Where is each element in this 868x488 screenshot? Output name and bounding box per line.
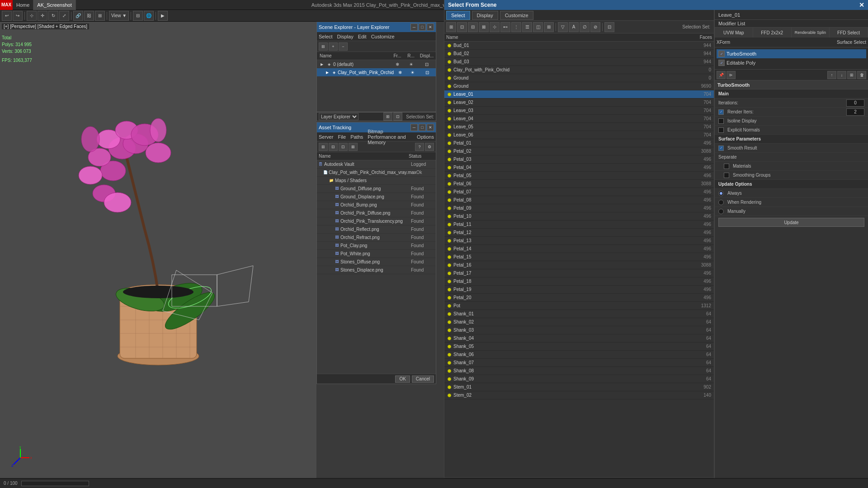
sfs-obj-row[interactable]: Petal_09496: [444, 204, 714, 212]
link-button[interactable]: 🔗: [73, 11, 83, 21]
sfs-obj-row[interactable]: Ground9690: [444, 82, 714, 90]
sfs-obj-row[interactable]: Shank_0764: [444, 359, 714, 367]
scene-explorer-maximize[interactable]: □: [419, 23, 426, 31]
sfs-obj-row[interactable]: Petal_15496: [444, 253, 714, 261]
at-close[interactable]: ✕: [427, 124, 434, 131]
at-row-max-file[interactable]: 📄 Clay_Pot_with_Pink_Orchid_max_vray.max…: [317, 169, 436, 177]
sfs-obj-row[interactable]: Ground0: [444, 74, 714, 82]
stack-item-turbosmooth[interactable]: ✓ TurboSmooth: [717, 49, 866, 58]
sfs-obj-row[interactable]: Leave_03704: [444, 107, 714, 115]
sfs-obj-row[interactable]: Petal_14496: [444, 245, 714, 253]
materials-checkbox[interactable]: [724, 164, 729, 169]
sfs-obj-row[interactable]: Petal_04496: [444, 164, 714, 172]
sfs-obj-row[interactable]: Petal_01496: [444, 139, 714, 147]
bind-button[interactable]: ⊞: [95, 11, 105, 21]
at-row-orchid-bump[interactable]: 🖼 Orchid_Bump.png Found: [317, 201, 436, 209]
sfs-obj-row[interactable]: Petal_12496: [444, 229, 714, 237]
sfs-btn-none[interactable]: ∅: [580, 22, 590, 32]
layer-explorer-select[interactable]: Layer Explorer: [319, 113, 359, 120]
sfs-obj-row[interactable]: Petal_13496: [444, 237, 714, 245]
scene-explorer-close[interactable]: ✕: [427, 23, 434, 31]
select-button[interactable]: ⊹: [27, 11, 37, 21]
se-menu-select[interactable]: Select: [319, 34, 333, 39]
smoothing-groups-checkbox[interactable]: [724, 173, 729, 178]
le-btn-2[interactable]: ⊡: [393, 113, 402, 121]
funnel-button[interactable]: ⊳: [726, 71, 736, 79]
pin-stack-button[interactable]: 📌: [717, 71, 726, 79]
sfs-btn-col[interactable]: ⊡: [604, 22, 614, 32]
sfs-btn-all[interactable]: A: [569, 22, 579, 32]
rotate-button[interactable]: ↻: [48, 11, 58, 21]
at-btn-settings[interactable]: ⚙: [425, 143, 434, 151]
manually-radio[interactable]: [718, 209, 724, 214]
sfs-obj-row[interactable]: Petal_063088: [444, 180, 714, 188]
sfs-obj-row[interactable]: Shank_0564: [444, 343, 714, 351]
at-btn-2[interactable]: ⊟: [329, 143, 338, 151]
at-row-orchid-refract[interactable]: 🖼 Orchid_Refract.png Found: [317, 234, 436, 242]
tab-home[interactable]: Home: [13, 0, 33, 10]
modifier-tab-rendspline[interactable]: Renderable Splin: [792, 28, 830, 38]
at-menu-bitmap[interactable]: Bitmap Performance and Memory: [368, 129, 412, 145]
sfs-btn-invert[interactable]: ⊘: [590, 22, 600, 32]
sfs-btn-2[interactable]: ⊡: [457, 22, 467, 32]
sfs-obj-row[interactable]: Leave_01704: [444, 90, 714, 99]
at-menu-server[interactable]: Server: [319, 134, 333, 140]
sfs-obj-row[interactable]: Petal_03496: [444, 155, 714, 164]
sfs-obj-row[interactable]: Petal_17496: [444, 269, 714, 277]
at-row-vault[interactable]: 🗄 Autodesk Vault Logged: [317, 160, 436, 169]
render-button[interactable]: ▶: [158, 11, 168, 21]
sfs-obj-row[interactable]: Petal_08496: [444, 196, 714, 204]
sfs-obj-row[interactable]: Shank_0664: [444, 351, 714, 359]
sfs-btn-4[interactable]: ⊠: [479, 22, 489, 32]
at-row-orchid-diffuse[interactable]: 🖼 Orchid_Pink_Diffuse.png Found: [317, 209, 436, 217]
sfs-obj-row[interactable]: Petal_07496: [444, 188, 714, 196]
at-menu-options[interactable]: Options: [417, 134, 434, 140]
render-iters-checkbox[interactable]: ✓: [718, 109, 724, 115]
tab-ak-screenshot[interactable]: AK_Screenshot: [33, 0, 75, 10]
at-row-ground-displace[interactable]: 🖼 Ground_Displace.png Found: [317, 193, 436, 201]
sfs-btn-filter[interactable]: ▽: [558, 22, 568, 32]
remove-modifier-button[interactable]: 🗑: [857, 71, 866, 79]
sfs-close-button[interactable]: ✕: [859, 1, 864, 9]
scene-explorer-minimize[interactable]: ─: [410, 23, 418, 31]
reference-coord-dropdown[interactable]: View ▼: [109, 11, 129, 21]
sfs-obj-row[interactable]: Leave_02704: [444, 99, 714, 107]
unlink-button[interactable]: ⛓: [84, 11, 94, 21]
at-row-ground-diffuse[interactable]: 🖼 Ground_Diffuse.png Found: [317, 185, 436, 193]
move-button[interactable]: ✛: [38, 11, 47, 21]
redo-button[interactable]: ↪: [13, 11, 23, 21]
at-row-pot-white[interactable]: 🖼 Pot_White.png Found: [317, 250, 436, 258]
sfs-obj-row[interactable]: Leave_05704: [444, 123, 714, 131]
sfs-obj-row[interactable]: Shank_0364: [444, 326, 714, 334]
scene-explorer-button[interactable]: 🌐: [144, 11, 154, 21]
at-btn-help[interactable]: ?: [415, 143, 424, 151]
at-btn-4[interactable]: ⊠: [349, 143, 358, 151]
move-modifier-down[interactable]: ↓: [837, 71, 846, 79]
sfs-obj-row[interactable]: Bud_02944: [444, 50, 714, 58]
at-row-maps[interactable]: 📁 Maps / Shaders: [317, 177, 436, 185]
viewport[interactable]: [+] [Perspective] [Shaded + Edged Faces]…: [0, 22, 316, 478]
scene-explorer-titlebar[interactable]: Scene Explorer - Layer Explorer ─ □ ✕: [317, 22, 436, 32]
explicit-normals-checkbox[interactable]: [718, 127, 724, 133]
sfs-obj-row[interactable]: Shank_0164: [444, 310, 714, 318]
undo-button[interactable]: ↩: [2, 11, 12, 21]
smooth-result-checkbox[interactable]: ✓: [718, 145, 724, 151]
sfs-btn-1[interactable]: ⊞: [446, 22, 456, 32]
sfs-obj-row[interactable]: Petal_10496: [444, 212, 714, 221]
sfs-obj-row[interactable]: Shank_0864: [444, 367, 714, 375]
se-btn-collapse[interactable]: −: [339, 42, 348, 51]
sfs-obj-row[interactable]: Clay_Pot_with_Pink_Orchid0: [444, 66, 714, 74]
always-radio[interactable]: [718, 191, 724, 196]
sfs-btn-5[interactable]: ⊹: [490, 22, 500, 32]
sfs-obj-row[interactable]: Petal_023088: [444, 147, 714, 155]
sfs-obj-row[interactable]: Petal_19496: [444, 286, 714, 294]
sfs-obj-row[interactable]: Shank_0964: [444, 375, 714, 383]
sfs-obj-row[interactable]: Shank_0264: [444, 318, 714, 326]
at-row-stones-displace[interactable]: 🖼 Stones_Displace.png Found: [317, 266, 436, 274]
when-rendering-radio[interactable]: [718, 200, 724, 205]
se-btn-expand[interactable]: +: [329, 42, 338, 51]
make-unique-button[interactable]: ⊞: [847, 71, 856, 79]
xform-label[interactable]: XForm: [717, 40, 730, 45]
at-row-pot-clay[interactable]: 🖼 Pot_Clay.png Found: [317, 242, 436, 250]
modifier-tab-uvwmap[interactable]: UVW Map: [715, 28, 753, 38]
